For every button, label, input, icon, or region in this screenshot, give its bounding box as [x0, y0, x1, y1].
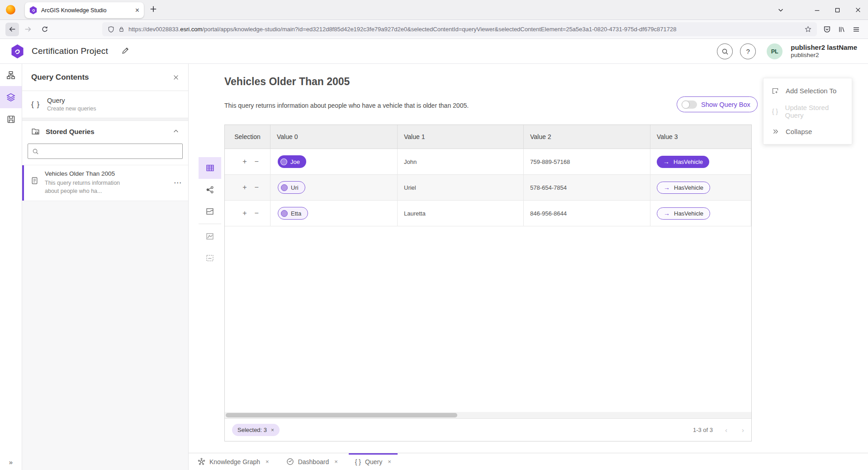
map-view-button[interactable] — [199, 201, 221, 222]
stored-query-item[interactable]: Vehicles Older Than 2005 This query retu… — [22, 165, 188, 201]
select-area-view-button[interactable] — [199, 247, 221, 269]
entity-pill[interactable]: Joe — [278, 155, 306, 168]
user-info[interactable]: publisher2 lastName publisher2 — [791, 43, 857, 60]
close-tab-icon[interactable]: × — [334, 458, 338, 465]
column-header-value1[interactable]: Value 1 — [398, 125, 524, 149]
stored-query-options-icon[interactable]: ⋯ — [174, 178, 182, 187]
column-header-value2[interactable]: Value 2 — [524, 125, 650, 149]
table-footer: Selected: 3 × 1-3 of 3 ‹ › — [225, 418, 751, 441]
workspace-tabbar: Knowledge Graph × Dashboard × { } Query … — [189, 453, 868, 470]
cell-name: John — [398, 149, 524, 174]
forward-button[interactable] — [21, 23, 34, 36]
scrollbar-thumb[interactable] — [226, 413, 457, 417]
view-toolbar — [199, 157, 221, 269]
sidebar-item-save[interactable] — [0, 108, 22, 130]
url-prefix: https://dev0028833. — [128, 26, 180, 33]
remove-from-selection-button[interactable]: − — [255, 158, 259, 166]
edit-project-button[interactable] — [121, 47, 129, 55]
app-header: Certification Project ? PL publisher2 la… — [0, 39, 868, 64]
sidebar-item-layers[interactable] — [0, 86, 22, 108]
map-selection-view-button[interactable] — [199, 225, 221, 247]
browser-window: ArcGIS Knowledge Studio × — [0, 0, 868, 470]
clear-selection-icon[interactable]: × — [271, 427, 274, 433]
tab-knowledge-graph[interactable]: Knowledge Graph × — [191, 453, 275, 470]
relationship-label: HasVehicle — [674, 158, 703, 165]
close-tab-icon[interactable]: × — [266, 458, 269, 465]
table-view-button[interactable] — [199, 157, 221, 179]
knowledge-studio-logo-icon — [11, 44, 24, 58]
column-header-value3[interactable]: Value 3 — [650, 125, 751, 149]
url-domain: esri.com — [180, 26, 202, 33]
panel-close-button[interactable] — [173, 74, 179, 81]
panel-title: Query Contents — [31, 73, 173, 82]
column-header-selection[interactable]: Selection — [225, 125, 270, 149]
new-tab-button[interactable] — [149, 5, 157, 13]
stored-queries-search-input[interactable] — [43, 148, 178, 155]
query-create-item[interactable]: { } Query Create new queries — [22, 91, 188, 118]
menu-hamburger-icon[interactable] — [853, 26, 860, 33]
expand-strip-button[interactable]: » — [0, 454, 22, 470]
tracking-shield-icon[interactable] — [108, 26, 114, 33]
url-text[interactable]: https://dev0028833.esri.com/portal/apps/… — [128, 26, 801, 33]
tab-dashboard[interactable]: Dashboard × — [280, 453, 344, 470]
toolbar-divider — [199, 224, 221, 224]
library-icon[interactable] — [838, 26, 845, 33]
url-bar[interactable]: https://dev0028833.esri.com/portal/apps/… — [102, 22, 817, 36]
tab-close-icon[interactable]: × — [135, 6, 139, 14]
bookmark-star-icon[interactable] — [805, 26, 811, 33]
reload-button[interactable] — [38, 23, 52, 36]
relationship-pill[interactable]: →HasVehicle — [657, 182, 710, 194]
horizontal-scrollbar[interactable] — [225, 412, 751, 418]
search-icon — [32, 148, 39, 155]
menu-item-label: Collapse — [786, 128, 812, 135]
pocket-icon[interactable] — [823, 25, 831, 33]
remove-from-selection-button[interactable]: − — [255, 183, 259, 192]
list-tabs-icon[interactable] — [770, 0, 791, 20]
maximize-button[interactable] — [827, 0, 848, 20]
relationship-pill[interactable]: →HasVehicle — [657, 156, 709, 168]
entity-pill[interactable]: Etta — [278, 207, 308, 220]
remove-from-selection-button[interactable]: − — [255, 209, 259, 217]
sidebar-item-hierarchy[interactable] — [0, 64, 22, 86]
arrow-right-icon: → — [664, 184, 670, 191]
close-window-button[interactable] — [848, 0, 868, 20]
user-avatar[interactable]: PL — [767, 43, 783, 59]
show-query-box-toggle[interactable]: Show Query Box — [677, 96, 758, 112]
window-controls — [770, 0, 868, 20]
selected-count-chip[interactable]: Selected: 3 × — [232, 424, 280, 436]
results-table: Selection Value 0 Value 1 Value 2 Value … — [224, 125, 752, 441]
lock-icon[interactable] — [119, 26, 124, 33]
app-body: » Query Contents { } Query Create new qu… — [0, 64, 868, 470]
tab-query[interactable]: { } Query × — [349, 453, 398, 470]
relationship-label: HasVehicle — [674, 210, 703, 217]
link-chart-view-button[interactable] — [199, 179, 221, 201]
menu-item-add-selection-to[interactable]: Add Selection To — [764, 81, 852, 101]
collapse-section-icon[interactable] — [173, 128, 179, 134]
add-to-selection-button[interactable]: + — [242, 209, 247, 217]
tab-title: ArcGIS Knowledge Studio — [41, 7, 131, 14]
firefox-icon[interactable] — [6, 5, 15, 14]
search-box[interactable] — [28, 144, 183, 159]
add-to-selection-button[interactable]: + — [242, 183, 247, 192]
entity-dot-icon — [280, 158, 287, 165]
pagination-range: 1-3 of 3 — [693, 427, 713, 433]
entity-pill[interactable]: Uri — [278, 181, 305, 194]
add-to-selection-button[interactable]: + — [242, 158, 247, 166]
section-divider — [22, 118, 188, 121]
next-page-button[interactable]: › — [742, 426, 744, 434]
menu-item-collapse[interactable]: Collapse — [764, 121, 852, 142]
search-button[interactable] — [717, 43, 733, 59]
relationship-pill[interactable]: →HasVehicle — [657, 207, 710, 220]
back-button[interactable] — [5, 23, 19, 36]
toggle-track[interactable] — [682, 101, 697, 109]
previous-page-button[interactable]: ‹ — [725, 426, 727, 434]
browser-tab[interactable]: ArcGIS Knowledge Studio × — [25, 2, 144, 18]
stored-queries-header[interactable]: Stored Queries — [22, 121, 188, 142]
column-header-value0[interactable]: Value 0 — [270, 125, 398, 149]
cell-name: Lauretta — [398, 201, 524, 226]
minimize-button[interactable] — [807, 0, 827, 20]
braces-icon: { } — [355, 458, 361, 465]
menu-item-update-stored-query[interactable]: { } Update Stored Query — [764, 101, 852, 121]
close-tab-icon[interactable]: × — [388, 458, 391, 465]
help-button[interactable]: ? — [740, 43, 756, 59]
